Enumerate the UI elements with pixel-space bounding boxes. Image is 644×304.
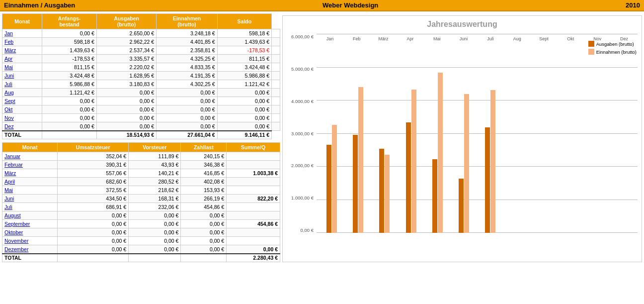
chart-title: Jahresauswertung [287, 20, 638, 29]
table-row-cell: 0,00 € [96, 89, 156, 97]
table-row-cell: 3.424,48 € [217, 63, 271, 72]
table-row-label[interactable]: Apr [2, 55, 42, 63]
total-cell: TOTAL [2, 254, 58, 262]
legend-ausgaben: Ausgaben (brutto) [588, 41, 637, 47]
table-row-cell: 0,00 € [42, 122, 96, 131]
y-axis-label: 4.000,00 € [287, 99, 314, 104]
table-row-cell: 3.248,18 € [157, 29, 217, 38]
month-bar-group [451, 34, 477, 233]
table-row-cell: 0,00 € [181, 211, 227, 220]
table-row-cell: 346,38 € [181, 161, 227, 169]
legend-einnahmen: Einnahmen (brutto) [588, 49, 637, 55]
month-bar-group [583, 34, 609, 233]
table-row-label[interactable]: Mai [2, 63, 42, 72]
col-umsatz: Umsatzsteuer [58, 143, 129, 152]
table-row-cell: 3.180,83 € [96, 80, 156, 89]
table-row-cell [272, 114, 280, 122]
table-row-cell: 0,00 € [157, 97, 217, 105]
header-title: Einnahmen / Ausgaben [4, 1, 75, 9]
table-row-cell: 822,20 € [227, 195, 280, 203]
table-row-cell [227, 178, 280, 186]
table-row-cell: 682,60 € [58, 178, 129, 186]
table-row-cell [272, 46, 280, 55]
bar-einnahmen [332, 125, 337, 233]
table-row-cell [227, 186, 280, 195]
table-row-cell: 0,00 € [157, 89, 217, 97]
table-row-cell: 266,19 € [181, 195, 227, 203]
table-row-label[interactable]: Juli [2, 80, 42, 89]
table-row-label[interactable]: September [2, 220, 58, 228]
table-row-cell: 598,18 € [217, 29, 271, 38]
bar-ausgaben [406, 122, 411, 233]
table-row-cell [227, 211, 280, 220]
table-row-cell: 4.833,35 € [157, 63, 217, 72]
table-row-cell: 43,93 € [129, 161, 181, 169]
table-row-cell: 0,00 € [129, 245, 181, 254]
table-row-cell [272, 63, 280, 72]
total-cell: 9.146,11 € [217, 131, 271, 139]
table-row-cell: 232,06 € [129, 203, 181, 211]
table-row-cell: 0,00 € [157, 105, 217, 114]
col-saldo: Saldo [217, 14, 271, 29]
table-row-cell: 0,00 € [129, 228, 181, 237]
table-row-label[interactable]: Februar [2, 161, 58, 169]
table-row-cell: 2.537,34 € [96, 46, 156, 55]
legend-einnahmen-color [588, 49, 594, 55]
table-row-cell: 0,00 € [217, 114, 271, 122]
table-row-cell: 0,00 € [96, 105, 156, 114]
table-row-label[interactable]: Juli [2, 203, 58, 211]
table-row-label[interactable]: August [2, 211, 58, 220]
table-row-cell: -178,53 € [217, 46, 271, 55]
table-row-cell: 4.191,35 € [157, 72, 217, 80]
table-row-label[interactable]: Feb [2, 38, 42, 46]
table-row-cell: 2.358,81 € [157, 46, 217, 55]
table-row-cell: 0,00 € [42, 114, 96, 122]
table-row-cell: -178,53 € [42, 55, 96, 63]
table-row-label[interactable]: Nov [2, 114, 42, 122]
tables-section: Monat Anfangs-bestand Ausgaben(brutto) E… [2, 13, 280, 262]
table-row-cell: 0,00 € [96, 97, 156, 105]
table-row-label[interactable]: Dezember [2, 245, 58, 254]
table-row-cell: 3.335,57 € [96, 55, 156, 63]
bar-ausgaben [326, 145, 331, 233]
table-row-label[interactable]: Oktober [2, 228, 58, 237]
table-row-cell: 0,00 € [227, 245, 280, 254]
chart-legend: Ausgaben (brutto) Einnahmen (brutto) [588, 41, 637, 55]
y-axis: 0,00 €1.000,00 €2.000,00 €3.000,00 €4.00… [287, 34, 317, 243]
table-row-cell [227, 161, 280, 169]
table-row-label[interactable]: Juni [2, 195, 58, 203]
total-cell [42, 131, 96, 139]
table-row-label[interactable]: April [2, 178, 58, 186]
table-row-cell [272, 29, 280, 38]
table-row-label[interactable]: November [2, 237, 58, 245]
bar-ausgaben [459, 179, 464, 233]
table-row-label[interactable]: Dez [2, 122, 42, 131]
table-row-label[interactable]: März [2, 46, 42, 55]
col-summe: Summe/Q [227, 143, 280, 152]
total-cell: 18.514,93 € [96, 131, 156, 139]
table-row-cell: 4.302,25 € [157, 80, 217, 89]
table-row-cell: 1.439,63 € [42, 46, 96, 55]
table-row-cell: 2.962,22 € [96, 38, 156, 46]
table-row-label[interactable]: März [2, 169, 58, 178]
table-row-cell [272, 122, 280, 131]
chart-section: Jahresauswertung 0,00 €1.000,00 €2.000,0… [282, 15, 642, 262]
legend-ausgaben-label: Ausgaben (brutto) [596, 41, 634, 47]
table-row-label[interactable]: Jan [2, 29, 42, 38]
total-cell: 2.280,43 € [227, 254, 280, 262]
table-row-label[interactable]: Mai [2, 186, 58, 195]
col-ausgaben: Ausgaben(brutto) [96, 14, 156, 29]
table-row-label[interactable]: Sept [2, 97, 42, 105]
bar-ausgaben [432, 159, 437, 233]
table-row-label[interactable]: Aug [2, 89, 42, 97]
table-row-cell: 0,00 € [58, 245, 129, 254]
table-row-cell: 2.220,02 € [96, 63, 156, 72]
table-row-cell: 0,00 € [58, 211, 129, 220]
table-row-label[interactable]: Juni [2, 72, 42, 80]
header: Einnahmen / Ausgaben Weber Webdesign 201… [0, 0, 644, 11]
month-bar-group [503, 34, 530, 233]
table-row-label[interactable]: Januar [2, 152, 58, 161]
table-row-cell [272, 72, 280, 80]
table-row-cell: 5.986,88 € [217, 72, 271, 80]
table-row-label[interactable]: Okt [2, 105, 42, 114]
